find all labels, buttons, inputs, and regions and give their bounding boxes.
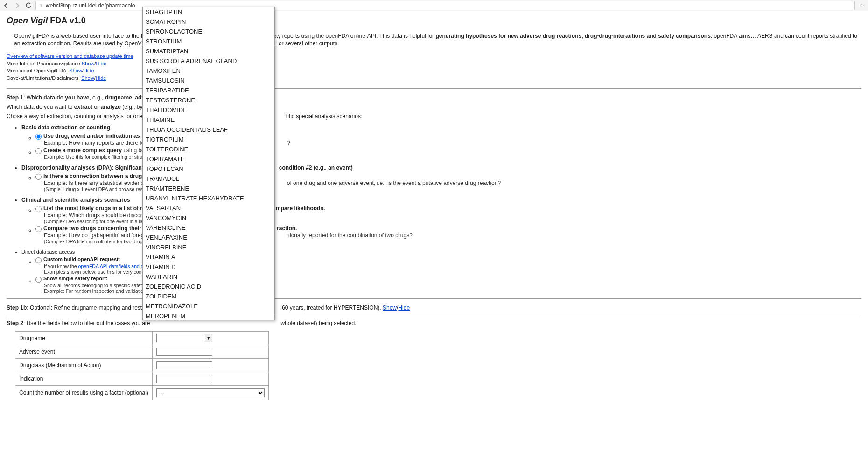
link-hide[interactable]: Hide [398,305,410,311]
dropdown-option[interactable]: THIAMINE [143,115,274,125]
radio-show-report[interactable] [35,277,42,283]
dropdown-option[interactable]: TIOTROPIUM [143,135,274,144]
link-hide[interactable]: Hide [96,61,106,66]
page-content: Open Vigil FDA v1.0 OpenVigilFDA is a we… [0,11,868,454]
dropdown-option[interactable]: VITAMIN A [143,252,274,262]
label-drugname: Drugname [15,331,153,345]
link-show[interactable]: Show [383,305,397,311]
dropdown-option[interactable]: TRAMADOL [143,174,274,184]
intro-paragraph: OpenVigilFDA is a web-based user interfa… [14,32,861,47]
dropdown-option[interactable]: VARENICLINE [143,223,274,233]
step2-heading: Step 2: Use the fields below to filter o… [7,320,861,326]
link-overview[interactable]: Overview of software version and databas… [7,53,133,59]
dropdown-option[interactable]: MEROPENEM [143,311,274,320]
dropdown-option[interactable]: ZOLEDRONIC ACID [143,282,274,291]
filter-table: Drugname ▼ Adverse event Drugclass (Mech… [15,331,269,400]
radio-connection[interactable] [35,174,42,180]
dropdown-option[interactable]: TAMOXIFEN [143,66,274,76]
step1-line2: Which data do you want to extract or ana… [7,104,861,110]
divider [7,88,861,89]
label-indication: Indication [15,372,153,385]
divider [7,314,861,314]
dropdown-option[interactable]: THUJA OCCIDENTALIS LEAF [143,125,274,135]
drugname-dropdown-arrow[interactable]: ▼ [205,334,212,342]
dropdown-option[interactable]: VANCOMYCIN [143,213,274,223]
dropdown-option[interactable]: TESTOSTERONE [143,95,274,105]
label-adverse-event: Adverse event [15,345,153,358]
bookmark-star-icon[interactable]: ☆ [858,2,866,9]
step1-heading: Step 1: Which data do you have, e.g., dr… [7,94,861,101]
dropdown-option[interactable]: TOPIRAMATE [143,154,274,164]
dropdown-option[interactable]: VALSARTAN [143,203,274,213]
dropdown-option[interactable]: METRONIDAZOLE [143,301,274,311]
browser-toolbar: 🗎 webcl3top.rz.uni-kiel.de/pharmacolo ☆ [0,0,868,11]
dropdown-option[interactable]: THALIDOMIDE [143,105,274,115]
back-button[interactable] [2,1,10,10]
link-hide[interactable]: Hide [96,75,106,81]
divider [7,298,861,299]
link-show[interactable]: Show [69,68,82,73]
step1b-heading: Step 1b: Optional: Refine drugname-mappi… [7,305,861,311]
indication-input[interactable] [156,375,212,383]
page-title: Open Vigil FDA v1.0 [7,16,861,26]
link-hide[interactable]: Hide [84,68,94,73]
radio-use-drug[interactable] [35,134,42,140]
info-links: Overview of software version and databas… [7,53,861,82]
label-drugclass: Drugclass (Mechanism of Action) [15,358,153,372]
dropdown-option[interactable]: TOPOTECAN [143,164,274,174]
step1-line3: Chose a way of extraction, counting or a… [7,113,861,120]
dropdown-option[interactable]: VENLAFAXINE [143,233,274,242]
count-factor-select[interactable]: --- [156,388,265,397]
link-show[interactable]: Show [81,75,94,81]
page-icon: 🗎 [39,3,44,8]
dropdown-option[interactable]: URANYL NITRATE HEXAHYDRATE [143,193,274,203]
drugname-input[interactable] [156,334,205,342]
radio-custom-api[interactable] [35,257,42,263]
dropdown-option[interactable]: SPIRONOLACTONE [143,27,274,36]
drugclass-input[interactable] [156,361,212,369]
dropdown-option[interactable]: TERIPARATIDE [143,85,274,95]
radio-compare-drugs[interactable] [35,226,42,232]
dropdown-option[interactable]: ZOLPIDEM [143,291,274,301]
dropdown-option[interactable]: SUS SCROFA ADRENAL GLAND [143,56,274,66]
dropdown-option[interactable]: SITAGLIPTIN [143,7,274,17]
dropdown-option[interactable]: TAMSULOSIN [143,76,274,85]
dropdown-option[interactable]: TOLTERODINE [143,144,274,154]
url-text: webcl3top.rz.uni-kiel.de/pharmacolo [46,2,135,9]
dropdown-option[interactable]: TRIAMTERENE [143,184,274,193]
dropdown-option[interactable]: SOMATROPIN [143,17,274,27]
dropdown-option[interactable]: WARFARIN [143,272,274,282]
radio-list-drugs[interactable] [35,206,42,212]
forward-button[interactable] [13,1,21,10]
dropdown-option[interactable]: SUMATRIPTAN [143,46,274,56]
dropdown-option[interactable]: STRONTIUM [143,36,274,46]
link-show[interactable]: Show [82,61,95,66]
adverse-event-input[interactable] [156,348,212,356]
label-count-factor: Count the number of results using a fact… [15,385,153,400]
drugname-dropdown-list[interactable]: SITAGLIPTINSOMATROPINSPIRONOLACTONESTRON… [142,7,275,320]
reload-button[interactable] [24,1,33,10]
radio-complex-query[interactable] [35,148,42,154]
dropdown-option[interactable]: VINORELBINE [143,242,274,252]
dropdown-option[interactable]: VITAMIN D [143,262,274,272]
